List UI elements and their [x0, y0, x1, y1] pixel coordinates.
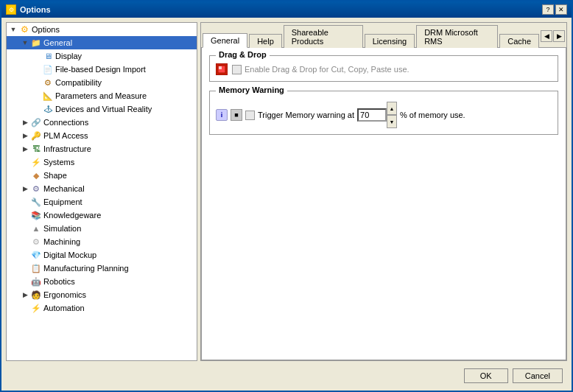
knowledgeware-icon: 📚	[30, 209, 42, 221]
tree-item-equipment[interactable]: 🔧 Equipment	[7, 195, 197, 209]
close-title-btn[interactable]: ✕	[555, 4, 567, 15]
tree-label-digital-mockup: Digital Mockup	[43, 251, 96, 259]
mechanical-icon: ⚙	[30, 183, 42, 195]
memory-small-icon: ■	[231, 109, 242, 121]
options-root-icon: ⚙	[18, 24, 30, 35]
memory-warning-label: Memory Warning	[216, 85, 287, 94]
tree-item-file-design[interactable]: 📄 File-based Design Import	[7, 63, 197, 76]
general-icon: 📁	[30, 37, 42, 49]
drag-drop-content: Enable Drag & Drop for Cut, Copy, Paste …	[216, 63, 552, 75]
tree-item-systems[interactable]: ⚡ Systems	[7, 155, 197, 169]
tree-label-ergonomics: Ergonomics	[43, 290, 86, 299]
tree-item-parameters[interactable]: 📐 Parameters and Measure	[7, 89, 197, 102]
tree-item-robotics[interactable]: 🤖 Robotics	[7, 275, 197, 288]
tree-label-devices: Devices and Virtual Reality	[55, 105, 152, 113]
tree-label-machining: Machining	[43, 237, 80, 246]
tree-root[interactable]: ▼ ⚙ Options	[7, 23, 197, 36]
expander-connections[interactable]: ▶	[20, 117, 30, 127]
digital-mockup-icon: 💎	[30, 249, 42, 261]
tabs-bar: General Help Shareable Products Licensin…	[201, 23, 566, 48]
equipment-icon: 🔧	[30, 196, 42, 208]
tree-label-shape: Shape	[43, 171, 67, 180]
expander-general[interactable]: ▼	[20, 38, 30, 48]
tab-cache[interactable]: Cache	[499, 34, 539, 48]
tab-drm[interactable]: DRM Microsoft RMS	[416, 25, 498, 48]
tree-item-display[interactable]: 🖥 Display	[7, 49, 197, 63]
tree-item-digital-mockup[interactable]: 💎 Digital Mockup	[7, 248, 197, 262]
tree-label-mfg-planning: Manufacturing Planning	[43, 264, 129, 273]
expander-ergonomics[interactable]: ▶	[20, 290, 30, 300]
tree-item-shape[interactable]: ◆ Shape	[7, 169, 197, 182]
mfg-planning-icon: 📋	[30, 262, 42, 274]
tab-shareable[interactable]: Shareable Products	[284, 25, 363, 48]
help-title-btn[interactable]: ?	[542, 4, 554, 15]
tree-label-systems: Systems	[43, 158, 74, 167]
memory-spinbox-container: 70 ▲ ▼	[357, 102, 397, 128]
tree-item-connections[interactable]: ▶ 🔗 Connections	[7, 116, 197, 129]
drag-drop-checkbox-label: Enable Drag & Drop for Cut, Copy, Paste …	[245, 65, 409, 74]
robotics-icon: 🤖	[30, 276, 42, 287]
tree-item-simulation[interactable]: ▲ Simulation	[7, 222, 197, 235]
drag-drop-section: Drag & Drop Enable Drag & Drop for Cu	[209, 55, 558, 82]
tree-label-plm-access: PLM Access	[43, 131, 88, 140]
tree-label-mechanical: Mechanical	[43, 184, 85, 193]
spin-down-btn[interactable]: ▼	[387, 115, 397, 128]
tree-item-infrastructure[interactable]: ▶ 🏗 Infrastructure	[7, 142, 197, 155]
tree-label-compatibility: Compatibility	[55, 78, 102, 87]
tab-general[interactable]: General	[203, 33, 247, 48]
tab-help[interactable]: Help	[249, 34, 282, 48]
tab-licensing[interactable]: Licensing	[365, 34, 415, 48]
tree-label-general: General	[43, 38, 72, 47]
drag-drop-label: Drag & Drop	[216, 50, 270, 59]
tree-label-automation: Automation	[43, 304, 85, 312]
tree-item-ergonomics[interactable]: ▶ 🧑 Ergonomics	[7, 288, 197, 301]
tree-label-file-design: File-based Design Import	[55, 65, 146, 74]
expander-mechanical[interactable]: ▶	[20, 183, 30, 194]
parameters-icon: 📐	[42, 90, 54, 102]
display-icon: 🖥	[42, 50, 54, 62]
tree-item-machining[interactable]: ⚙ Machining	[7, 235, 197, 248]
tree-label-display: Display	[55, 52, 82, 60]
tree-item-mfg-planning[interactable]: 📋 Manufacturing Planning	[7, 262, 197, 275]
ok-button[interactable]: OK	[464, 368, 508, 383]
tree-item-automation[interactable]: ⚡ Automation	[7, 301, 197, 315]
expander-plm[interactable]: ▶	[20, 130, 30, 141]
window-body: ▼ ⚙ Options ▼ 📁 General 🖥 Display	[1, 18, 572, 391]
memory-checkbox[interactable]	[245, 111, 255, 120]
tree-item-knowledgeware[interactable]: 📚 Knowledgeware	[7, 209, 197, 222]
tab-nav-left[interactable]: ◀	[541, 30, 552, 42]
tab-nav-right[interactable]: ▶	[553, 30, 565, 42]
tree-label-infrastructure: Infrastructure	[43, 144, 91, 153]
window-title: Options	[20, 5, 51, 14]
tree-item-general[interactable]: ▼ 📁 General	[7, 36, 197, 49]
memory-row: i ■ Trigger Memory warning at 70 ▲ ▼	[216, 102, 552, 128]
tree-label-simulation: Simulation	[43, 224, 81, 233]
bottom-bar: OK Cancel	[6, 365, 567, 386]
memory-warning-section: Memory Warning i ■ Trigger Memory warnin…	[209, 91, 558, 135]
tree-label-robotics: Robotics	[43, 277, 75, 286]
trigger-label: Trigger Memory warning at	[258, 111, 354, 119]
drag-drop-icon	[216, 63, 228, 75]
tree-item-devices[interactable]: 🕹 Devices and Virtual Reality	[7, 102, 197, 116]
drag-drop-checkbox[interactable]	[232, 65, 242, 74]
tree-label-connections: Connections	[43, 118, 88, 127]
window-icon: ⚙	[6, 4, 16, 15]
spin-up-btn[interactable]: ▲	[387, 102, 397, 115]
title-buttons: ? ✕	[542, 4, 567, 15]
shape-icon: ◆	[30, 169, 42, 181]
plm-access-icon: 🔑	[30, 130, 42, 141]
main-content: ▼ ⚙ Options ▼ 📁 General 🖥 Display	[6, 22, 567, 361]
memory-suffix-label: % of memory use.	[400, 111, 465, 119]
tree-panel[interactable]: ▼ ⚙ Options ▼ 📁 General 🖥 Display	[6, 22, 197, 361]
expander-infra[interactable]: ▶	[20, 144, 30, 154]
tab-content-general: Drag & Drop Enable Drag & Drop for Cu	[201, 48, 566, 360]
tab-nav-buttons: ◀ ▶	[541, 30, 565, 42]
tree-label-knowledgeware: Knowledgeware	[43, 211, 101, 220]
tree-item-plm-access[interactable]: ▶ 🔑 PLM Access	[7, 129, 197, 142]
tree-item-mechanical[interactable]: ▶ ⚙ Mechanical	[7, 182, 197, 195]
cancel-button[interactable]: Cancel	[513, 368, 563, 383]
svg-rect-1	[219, 66, 222, 69]
tree-item-compatibility[interactable]: ⚙ Compatibility	[7, 76, 197, 89]
memory-value-input[interactable]: 70	[357, 108, 387, 122]
expander-root[interactable]: ▼	[8, 24, 18, 35]
